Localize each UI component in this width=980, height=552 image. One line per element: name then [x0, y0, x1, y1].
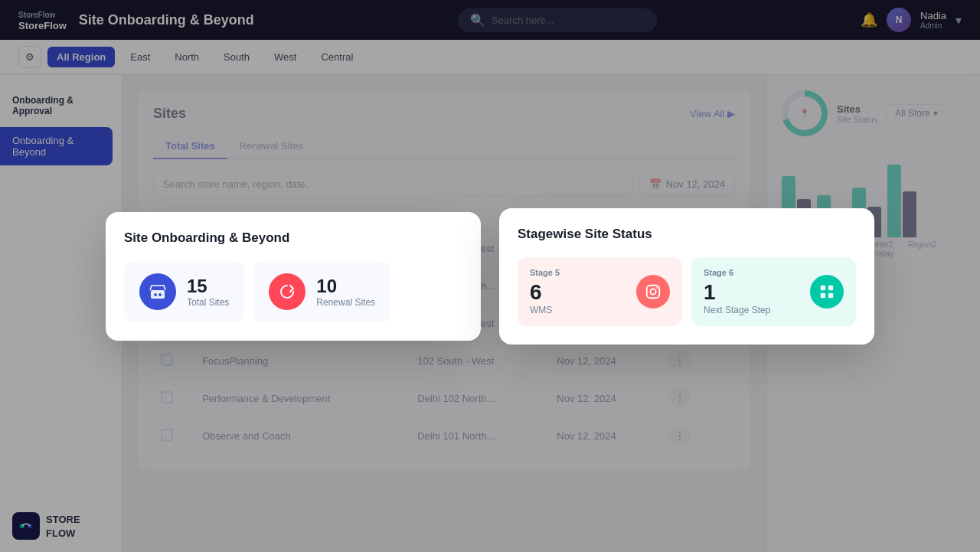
stagewise-card: Stagewise Site Status Stage 5 6 WMS — [499, 208, 874, 345]
svg-point-5 — [656, 287, 658, 289]
total-sites-stat: 15 Total Sites — [124, 261, 244, 322]
stage6-desc: Next Stage Step — [704, 305, 770, 315]
store-icon — [149, 283, 167, 301]
instagram-icon — [645, 283, 662, 300]
renewal-sites-label: Renewal Sites — [316, 297, 375, 308]
card2-title: Stagewise Site Status — [518, 227, 856, 242]
svg-rect-0 — [151, 290, 165, 299]
svg-rect-7 — [828, 285, 833, 289]
stage6-text: Stage 6 1 Next Stage Step — [704, 268, 770, 315]
svg-point-4 — [650, 289, 655, 294]
renewal-sites-icon — [269, 273, 305, 310]
stage-items: Stage 5 6 WMS Stage 6 1 Next Sta — [518, 257, 856, 326]
total-sites-text: 15 Total Sites — [187, 276, 229, 308]
stage5-desc: WMS — [530, 305, 560, 315]
total-sites-icon — [139, 273, 176, 310]
card1-title: Site Onboarding & Beyond — [124, 230, 462, 246]
svg-point-1 — [154, 293, 157, 296]
stage5-box: Stage 5 6 WMS — [518, 257, 682, 326]
stage6-label: Stage 6 — [704, 268, 770, 277]
stage5-num: 6 — [530, 280, 560, 305]
svg-point-2 — [158, 293, 162, 296]
svg-rect-3 — [647, 285, 660, 298]
stage5-icon — [636, 275, 670, 309]
card1-stats: 15 Total Sites 10 Renewal Sites — [124, 261, 462, 322]
svg-rect-6 — [821, 285, 825, 289]
stage6-icon — [810, 275, 844, 309]
renewal-sites-text: 10 Renewal Sites — [316, 276, 375, 308]
stage5-label: Stage 5 — [530, 268, 560, 277]
svg-rect-9 — [828, 292, 833, 297]
stage6-box: Stage 6 1 Next Stage Step — [691, 257, 856, 326]
renewal-sites-num: 10 — [316, 276, 375, 297]
stage5-text: Stage 5 6 WMS — [530, 268, 560, 315]
modal-overlay: Site Onboarding & Beyond 15 Total Sites — [0, 0, 980, 552]
store-grid-icon — [818, 283, 835, 300]
renewal-sites-stat: 10 Renewal Sites — [253, 261, 390, 322]
total-sites-num: 15 — [187, 276, 229, 297]
stage6-num: 1 — [704, 280, 770, 305]
total-sites-label: Total Sites — [187, 297, 229, 308]
renewal-icon — [278, 283, 296, 301]
svg-rect-8 — [821, 292, 825, 297]
site-onboarding-card: Site Onboarding & Beyond 15 Total Sites — [106, 212, 481, 341]
